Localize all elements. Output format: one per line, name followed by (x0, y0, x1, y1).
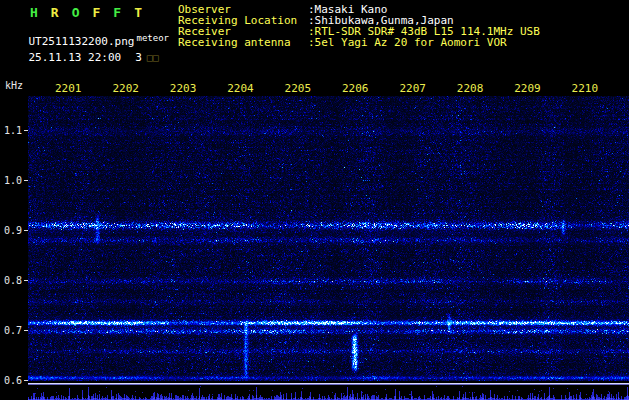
time-tick-label: 2205 (285, 82, 312, 95)
time-tick-label: 2210 (572, 82, 599, 95)
info-value: :5el Yagi Az 20 for Aomori VOR (308, 36, 507, 49)
app-logo: HROFFT (30, 5, 155, 20)
observation-datetime: 25.11.13 22:00 (29, 51, 122, 64)
logo-letter: F (92, 5, 100, 20)
date-line: 25.11.13 22:003□□ (2, 38, 159, 77)
freq-axis-unit: kHz (5, 80, 23, 91)
station-info-row: Receiving antenna:5el Yagi Az 20 for Aom… (178, 37, 540, 48)
freq-tick-label: 0.9 (0, 225, 22, 236)
count-value: 3 (135, 51, 142, 64)
time-tick-label: 2201 (55, 82, 82, 95)
logo-letter: H (30, 5, 38, 20)
freq-tick-label: 0.6 (0, 375, 22, 386)
freq-tick-label: 1.0 (0, 175, 22, 186)
time-tick-label: 2206 (342, 82, 369, 95)
time-tick-label: 2209 (514, 82, 541, 95)
time-tick-label: 2203 (170, 82, 197, 95)
time-tick-label: 2208 (457, 82, 484, 95)
logo-letter: F (113, 5, 121, 20)
logo-letter: O (72, 5, 80, 20)
freq-tick-label: 0.7 (0, 325, 22, 336)
time-tick-label: 2202 (112, 82, 139, 95)
spectrogram-canvas (28, 96, 629, 381)
time-tick-label: 2204 (227, 82, 254, 95)
logo-letter: R (51, 5, 59, 20)
station-info: Observer:Masaki KanoReceiving Location:S… (178, 4, 540, 48)
logo-letter: T (134, 5, 142, 20)
garbled-glyphs: □□ (147, 52, 159, 63)
hrofft-output: HROFFT UT2511132200.pngmeteor 25.11.13 2… (0, 0, 629, 400)
freq-tick-label: 0.8 (0, 275, 22, 286)
time-tick-label: 2207 (399, 82, 426, 95)
info-label: Receiving antenna (178, 37, 308, 48)
signal-level-strip (28, 383, 629, 400)
freq-tick-label: 1.1 (0, 125, 22, 136)
